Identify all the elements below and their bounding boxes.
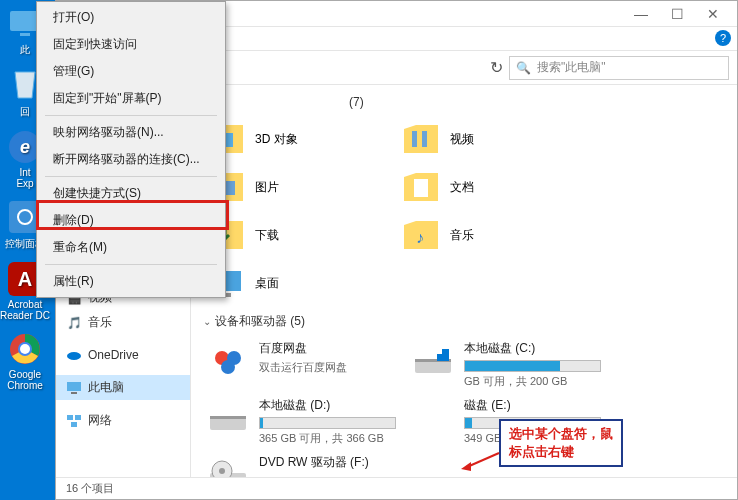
chevron-down-icon: ⌄ xyxy=(203,316,211,327)
drive-c[interactable]: 本地磁盘 (C:)GB 可用，共 200 GB xyxy=(404,336,609,393)
icon-label: Acrobat Reader DC xyxy=(0,299,50,321)
folders-header-count: (7) xyxy=(349,95,364,109)
svg-rect-1 xyxy=(20,33,30,36)
desktop-icon-chrome[interactable]: Google Chrome xyxy=(0,331,50,391)
svg-rect-31 xyxy=(437,349,442,354)
explorer-window: ▾ 此电脑 — ☐ ✕ ? ↻ 🔍 搜索"此电脑" 🎬视频 🎵音乐 OneDri… xyxy=(55,0,738,500)
svg-text:♪: ♪ xyxy=(416,229,424,246)
help-icon[interactable]: ? xyxy=(715,30,731,46)
arrow-icon xyxy=(459,449,503,471)
context-menu-item[interactable]: 打开(O) xyxy=(39,4,223,31)
sidebar-item-network[interactable]: 网络 xyxy=(56,408,190,433)
context-menu-item[interactable]: 属性(R) xyxy=(39,268,223,295)
search-placeholder: 搜索"此电脑" xyxy=(537,59,606,76)
sidebar-item-music[interactable]: 🎵音乐 xyxy=(56,310,190,335)
svg-marker-39 xyxy=(461,462,471,471)
folder-documents[interactable]: 文档 xyxy=(394,163,589,211)
maximize-button[interactable]: ☐ xyxy=(659,1,695,27)
content-pane: (7) 3D 对象 视频 图片 文档 下载 ♪音乐 桌面 ⌄设备和驱动器 (5)… xyxy=(191,85,737,477)
sidebar-item-this-pc[interactable]: 此电脑 xyxy=(56,375,190,400)
context-menu-item[interactable]: 断开网络驱动器的连接(C)... xyxy=(39,146,223,173)
svg-rect-18 xyxy=(412,131,417,147)
icon-label: 此 xyxy=(20,43,30,57)
svg-point-6 xyxy=(20,344,30,354)
context-menu: 打开(O)固定到快速访问管理(G)固定到"开始"屏幕(P)映射网络驱动器(N).… xyxy=(36,1,226,298)
context-menu-item[interactable]: 管理(G) xyxy=(39,58,223,85)
svg-rect-15 xyxy=(75,415,81,420)
search-icon: 🔍 xyxy=(516,61,531,75)
svg-point-36 xyxy=(219,468,225,474)
drive-d[interactable]: 本地磁盘 (D:)365 GB 可用，共 366 GB xyxy=(199,393,404,450)
folder-video[interactable]: 视频 xyxy=(394,115,589,163)
svg-rect-14 xyxy=(67,415,73,420)
status-text: 16 个项目 xyxy=(66,481,114,496)
folder-3d[interactable]: 3D 对象 xyxy=(199,115,394,163)
close-button[interactable]: ✕ xyxy=(695,1,731,27)
folder-desktop[interactable]: 桌面 xyxy=(199,259,394,307)
icon-label: Google Chrome xyxy=(7,369,43,391)
drive-dvd[interactable]: DVD DVD RW 驱动器 (F:) xyxy=(199,450,404,477)
folder-downloads[interactable]: 下载 xyxy=(199,211,394,259)
search-input[interactable]: 🔍 搜索"此电脑" xyxy=(509,56,729,80)
drive-baidu[interactable]: 百度网盘双击运行百度网盘 xyxy=(199,336,404,393)
context-menu-item[interactable]: 固定到"开始"屏幕(P) xyxy=(39,85,223,112)
context-menu-item[interactable]: 创建快捷方式(S) xyxy=(39,180,223,207)
svg-rect-21 xyxy=(414,179,428,197)
context-menu-item[interactable]: 删除(D) xyxy=(39,207,223,234)
svg-rect-13 xyxy=(71,392,77,394)
minimize-button[interactable]: — xyxy=(623,1,659,27)
svg-rect-16 xyxy=(71,422,77,427)
icon-label: 回 xyxy=(20,105,30,119)
refresh-icon[interactable]: ↻ xyxy=(490,58,503,77)
svg-rect-19 xyxy=(422,131,427,147)
context-menu-item[interactable]: 重命名(M) xyxy=(39,234,223,261)
context-menu-item[interactable]: 映射网络驱动器(N)... xyxy=(39,119,223,146)
icon-label: Int Exp xyxy=(16,167,33,189)
svg-rect-12 xyxy=(67,382,81,391)
context-menu-item[interactable]: 固定到快速访问 xyxy=(39,31,223,58)
folder-pictures[interactable]: 图片 xyxy=(199,163,394,211)
drives-header[interactable]: ⌄设备和驱动器 (5) xyxy=(199,307,737,336)
svg-point-11 xyxy=(67,352,81,360)
annotation-callout: 选中某个盘符，鼠 标点击右键 xyxy=(499,419,623,467)
status-bar: 16 个项目 xyxy=(56,477,737,499)
folder-music[interactable]: ♪音乐 xyxy=(394,211,589,259)
sidebar-item-onedrive[interactable]: OneDrive xyxy=(56,343,190,367)
svg-line-38 xyxy=(467,453,499,467)
folders-grid: 3D 对象 视频 图片 文档 下载 ♪音乐 桌面 xyxy=(199,115,737,307)
svg-rect-33 xyxy=(210,416,246,419)
svg-point-27 xyxy=(221,360,235,374)
